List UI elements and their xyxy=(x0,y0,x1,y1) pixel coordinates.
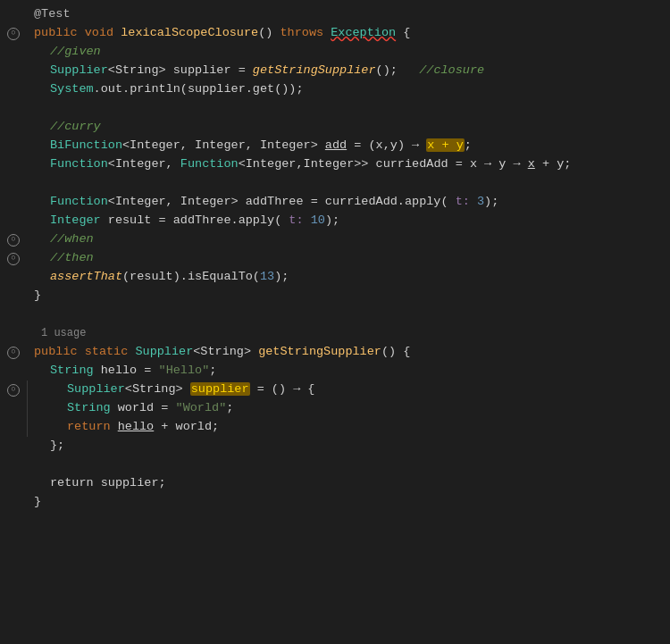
code-line: Supplier<String> supplier = getStringSup… xyxy=(0,62,670,80)
code-content: 1 usage xyxy=(27,324,661,343)
token xyxy=(304,213,311,227)
token: add xyxy=(325,138,347,152)
token: <Integer, Integer, Integer> xyxy=(122,138,325,152)
code-content: assertThat(result).isEqualTo(13); xyxy=(27,268,661,287)
code-line: //curry xyxy=(0,118,670,137)
token: Function xyxy=(180,157,239,171)
token: 3 xyxy=(477,195,484,208)
token: } xyxy=(34,495,41,508)
code-content xyxy=(27,174,661,193)
token: → xyxy=(412,138,419,152)
code-content: //when xyxy=(27,230,661,249)
code-content: }; xyxy=(27,437,661,456)
code-content xyxy=(27,305,661,324)
code-line: System.out.println(supplier.get()); xyxy=(0,80,670,99)
code-line xyxy=(0,456,670,474)
token: getStringSupplier xyxy=(253,63,376,77)
code-line: ○Supplier<String> supplier = () → { xyxy=(0,381,670,399)
code-line: BiFunction<Integer, Integer, Integer> ad… xyxy=(0,137,670,155)
token: Exception xyxy=(331,26,396,39)
token: throws xyxy=(280,26,331,39)
code-content: return hello + world; xyxy=(27,418,661,437)
code-line xyxy=(0,174,670,193)
breakpoint-icon[interactable]: ○ xyxy=(7,28,20,40)
token: (); xyxy=(376,63,420,77)
token: //curry xyxy=(50,120,101,133)
code-content: //curry xyxy=(27,118,661,137)
token: ); xyxy=(484,195,498,208)
token: hello xyxy=(118,420,155,433)
code-line: return hello + world; xyxy=(0,418,670,437)
token: Integer xyxy=(50,213,101,227)
token: ); xyxy=(325,213,339,227)
token: static xyxy=(85,345,136,358)
code-line: String hello = "Hello"; xyxy=(0,362,670,381)
token: ; xyxy=(465,138,472,152)
breakpoint-icon[interactable]: ○ xyxy=(7,234,20,247)
gutter-cell: ○ xyxy=(0,384,27,397)
token: } xyxy=(34,289,41,302)
token: → xyxy=(514,157,521,171)
token: (result).isEqualTo( xyxy=(122,270,260,283)
code-content: Function<Integer, Function<Integer,Integ… xyxy=(27,155,661,174)
token: Function xyxy=(50,157,108,171)
token: public xyxy=(34,345,85,358)
token: String xyxy=(50,364,94,377)
code-line: return supplier; xyxy=(0,474,670,493)
code-content: return supplier; xyxy=(27,474,661,493)
token: "Hello" xyxy=(159,364,210,377)
code-line: ○public void lexicalScopeClosure() throw… xyxy=(0,24,670,43)
token: + y; xyxy=(535,157,572,171)
code-line: Function<Integer, Function<Integer,Integ… xyxy=(0,155,670,174)
breakpoint-icon[interactable]: ○ xyxy=(7,384,20,397)
code-content: public void lexicalScopeClosure() throws… xyxy=(27,24,661,43)
token: = () xyxy=(250,382,294,396)
code-content: String hello = "Hello"; xyxy=(27,362,661,381)
token: }; xyxy=(50,439,64,452)
code-content: System.out.println(supplier.get()); xyxy=(27,80,661,99)
code-line: @Test xyxy=(0,5,670,24)
gutter-cell: ○ xyxy=(0,234,27,247)
token: //then xyxy=(50,251,94,264)
token: = (x,y) xyxy=(347,138,412,152)
breakpoint-icon[interactable]: ○ xyxy=(7,347,20,359)
code-line: Function<Integer, Integer> addThree = cu… xyxy=(0,193,670,212)
code-line: assertThat(result).isEqualTo(13); xyxy=(0,268,670,287)
code-line: //given xyxy=(0,43,670,62)
usage-hint: 1 usage xyxy=(34,327,86,339)
code-content xyxy=(27,99,661,118)
token: Supplier xyxy=(67,382,125,396)
code-content: Supplier<String> supplier = () → { xyxy=(27,381,661,399)
code-line: 1 usage xyxy=(0,324,670,343)
token: public xyxy=(34,26,85,39)
token: return xyxy=(67,420,118,433)
token: x + y xyxy=(426,138,465,152)
token: //when xyxy=(50,232,94,246)
token: → xyxy=(484,157,491,171)
token: t: xyxy=(289,213,303,227)
token: x xyxy=(528,157,535,171)
token: <String> xyxy=(125,382,190,396)
token: { xyxy=(396,26,410,39)
code-line xyxy=(0,305,670,324)
code-line: }; xyxy=(0,437,670,456)
token: return supplier; xyxy=(50,476,166,489)
token: result = addThree.apply( xyxy=(101,213,289,227)
code-line: ○//when xyxy=(0,230,670,249)
token: Supplier xyxy=(50,63,108,77)
token: <Integer, xyxy=(108,157,180,171)
code-content: @Test xyxy=(27,5,661,24)
token: () { xyxy=(381,345,410,358)
code-content: Integer result = addThree.apply( t: 10); xyxy=(27,212,661,230)
code-content: public static Supplier<String> getString… xyxy=(27,343,661,362)
token: Function xyxy=(50,195,108,208)
code-line: } xyxy=(0,493,670,512)
token: . xyxy=(94,82,101,96)
token: <String> supplier = xyxy=(108,63,253,77)
token: assertThat xyxy=(50,270,122,283)
token: 13 xyxy=(260,270,274,283)
token xyxy=(470,195,477,208)
code-line xyxy=(0,99,670,118)
breakpoint-icon[interactable]: ○ xyxy=(7,253,20,265)
code-line: String world = "World"; xyxy=(0,399,670,418)
